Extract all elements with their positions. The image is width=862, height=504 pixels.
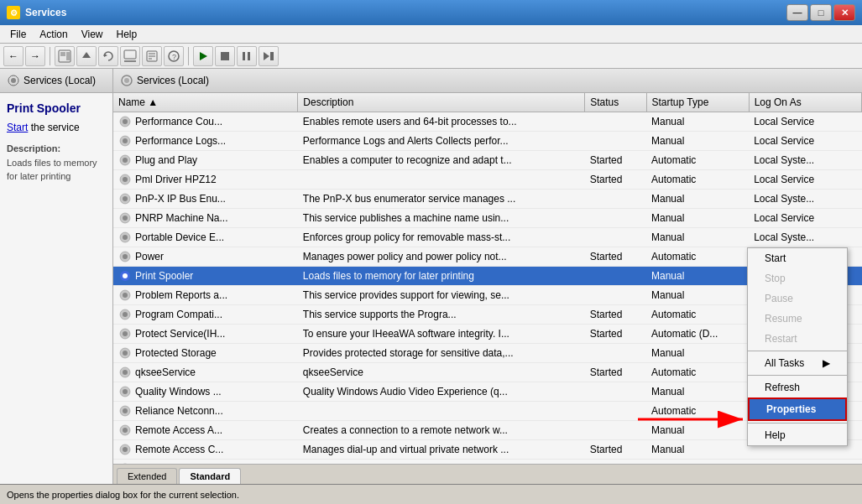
svg-text:?: ? (172, 53, 176, 61)
svg-point-53 (123, 389, 128, 394)
refresh-button[interactable] (98, 46, 118, 66)
svg-point-59 (123, 447, 128, 452)
service-name: Pml Driver HPZ12 (135, 174, 217, 185)
table-header-row: Name ▲ Description Status Startup Type L… (113, 93, 862, 112)
close-button[interactable]: ✕ (833, 4, 855, 21)
col-header-startup[interactable]: Startup Type (646, 93, 749, 112)
ctx-menu-item-properties[interactable]: Properties (748, 397, 847, 421)
properties-button[interactable] (142, 46, 162, 66)
export-button[interactable] (120, 46, 140, 66)
ctx-item-label: Properties (766, 403, 816, 415)
ctx-menu-item-start[interactable]: Start (748, 248, 847, 268)
up-button[interactable] (76, 46, 97, 66)
left-panel-label: Services (Local) (24, 75, 96, 86)
stop-button[interactable] (215, 46, 235, 66)
service-logon: Local Syste... (749, 151, 861, 170)
tab-standard[interactable]: Standard (179, 468, 241, 484)
svg-marker-13 (200, 52, 207, 60)
service-startup-type: Manual (646, 267, 749, 286)
table-row[interactable]: Pml Driver HPZ12StartedAutomaticLocal Se… (113, 170, 862, 190)
service-description: qkseeService (298, 363, 585, 382)
back-button[interactable]: ← (3, 46, 24, 66)
menu-help[interactable]: Help (110, 27, 144, 42)
service-status (585, 382, 646, 402)
console-root-button[interactable] (55, 46, 75, 66)
service-name: Protect Service(IH... (135, 328, 225, 340)
ctx-item-label: Start (765, 252, 786, 264)
ctx-menu-separator (748, 423, 847, 423)
ctx-menu-item-help[interactable]: Help (748, 425, 847, 445)
pause-button[interactable] (237, 46, 257, 66)
table-row[interactable]: Portable Device E...Enforces group polic… (113, 228, 862, 247)
col-header-desc[interactable]: Description (298, 93, 585, 112)
left-panel: Services (Local) Print Spooler Start the… (0, 69, 113, 484)
menu-file[interactable]: File (3, 27, 33, 42)
svg-point-21 (11, 78, 16, 83)
ctx-menu-separator (748, 351, 847, 351)
col-header-name[interactable]: Name ▲ (113, 93, 298, 112)
service-description: This service supports the Progra... (298, 305, 585, 325)
service-startup-type: Manual (646, 132, 749, 151)
service-description: The PnP-X bus enumerator service manages… (298, 190, 585, 209)
service-icon (118, 192, 132, 205)
service-startup-type: Automatic (646, 305, 749, 325)
svg-point-37 (123, 235, 128, 240)
ctx-menu-item-pause: Pause (748, 288, 847, 309)
service-startup-type: Manual (646, 382, 749, 402)
service-startup-type: Manual (646, 440, 749, 460)
toolbar: ← → ? (0, 44, 862, 69)
minimize-button[interactable]: — (786, 4, 808, 21)
service-description-block: Description: Loads files to memory for l… (7, 142, 106, 184)
table-row[interactable]: Performance Cou...Enables remote users a… (113, 112, 862, 132)
play-button[interactable] (193, 46, 213, 66)
service-status: Started (585, 151, 646, 170)
menu-bar: File Action View Help (0, 25, 862, 44)
service-icon (118, 115, 132, 128)
forward-button[interactable]: → (25, 46, 45, 66)
ctx-menu-item-refresh[interactable]: Refresh (748, 377, 847, 397)
table-row[interactable]: PnP-X IP Bus Enu...The PnP-X bus enumera… (113, 190, 862, 209)
menu-view[interactable]: View (75, 27, 110, 42)
service-startup-type: Manual (646, 228, 749, 247)
service-status (585, 344, 646, 363)
service-name: PNRP Machine Na... (135, 212, 228, 224)
ctx-item-label: Restart (765, 333, 797, 345)
ctx-menu-item-all-tasks[interactable]: All Tasks▶ (748, 353, 847, 373)
service-status: Started (585, 363, 646, 382)
service-status (585, 209, 646, 228)
ctx-item-label: Pause (765, 293, 793, 304)
service-name: Reliance Netconn... (135, 405, 223, 417)
service-startup-type: Automatic (646, 402, 749, 421)
service-name: Performance Cou... (135, 116, 222, 127)
service-description (298, 402, 585, 421)
table-row[interactable]: Plug and PlayEnables a computer to recog… (113, 151, 862, 170)
service-logon: Local Service (749, 132, 861, 151)
service-startup-type: Automatic (646, 170, 749, 190)
title-bar: ⚙ Services — □ ✕ (0, 0, 862, 25)
svg-point-23 (124, 78, 129, 83)
help-book-button[interactable]: ? (164, 46, 184, 66)
tab-extended[interactable]: Extended (117, 468, 177, 484)
left-panel-content: Print Spooler Start the service Descript… (0, 93, 112, 192)
service-startup-type: Manual (646, 344, 749, 363)
svg-point-55 (123, 408, 128, 413)
skip-button[interactable] (259, 46, 279, 66)
table-row[interactable]: Performance Logs...Performance Logs and … (113, 132, 862, 151)
svg-point-35 (123, 216, 128, 221)
service-description: Creates a connection to a remote network… (298, 421, 585, 440)
start-service-link[interactable]: Start (7, 122, 28, 133)
col-header-status[interactable]: Status (585, 93, 646, 112)
service-description: This service provides support for viewin… (298, 286, 585, 305)
menu-action[interactable]: Action (33, 27, 74, 42)
table-row[interactable]: PNRP Machine Na...This service publishes… (113, 209, 862, 228)
maximize-button[interactable]: □ (810, 4, 832, 21)
service-status (585, 402, 646, 421)
service-status (585, 267, 646, 286)
left-panel-header[interactable]: Services (Local) (0, 69, 112, 93)
svg-point-43 (123, 293, 128, 298)
service-startup-type: Automatic (D... (646, 325, 749, 344)
service-icon (118, 404, 132, 418)
service-icon (118, 269, 132, 283)
service-name: Performance Logs... (135, 135, 226, 147)
col-header-logon[interactable]: Log On As (749, 93, 861, 112)
